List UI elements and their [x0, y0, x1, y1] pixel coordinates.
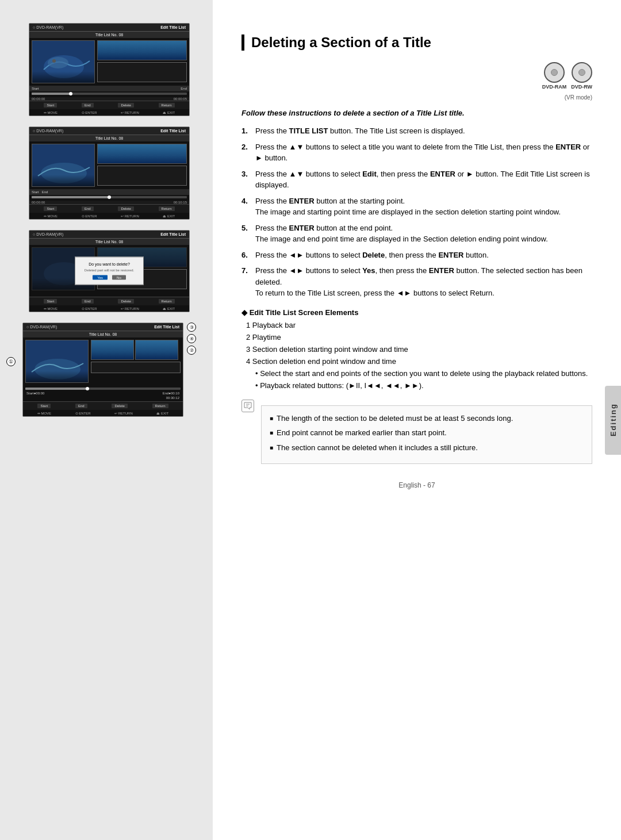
dvd-rw-label: DVD-RW — [571, 84, 592, 90]
page-container: ○ DVD-RAM(VR) Edit Title List Title List… — [0, 0, 621, 840]
btn-delete-3: Delete — [118, 299, 133, 304]
thumb-small-2b — [97, 166, 187, 186]
screen-header-4: ○ DVD-RAM(VR) Edit Title List — [23, 323, 183, 331]
step-3: Press the ▲▼ buttons to select Edit, the… — [241, 168, 592, 191]
screen-nav-4: ⇔ MOVE ⊙ ENTER ↩ RETURN ⏏ EXIT — [23, 410, 183, 416]
thumb-small-4b — [135, 340, 178, 360]
dvd-rw-circle — [572, 62, 592, 83]
screen-btns-4: Start End Delete Return — [23, 401, 183, 410]
step-6: Press the ◄► buttons to select Delete, t… — [241, 250, 592, 261]
nav-exit-4: ⏏ EXIT — [156, 411, 168, 415]
nav-return-4: ↩ RETURN — [114, 411, 133, 415]
time-labels-4: Start●00:00 End●00:10 — [25, 391, 181, 396]
nav-move-3: ⇔ MOVE — [44, 306, 57, 310]
svg-point-5 — [41, 163, 87, 183]
title-info-bar-1: StartEnd — [29, 86, 189, 91]
screen-mockup-4: ○ DVD-RAM(VR) Edit Title List Title List… — [22, 323, 183, 417]
notes-section: The length of the section to be deleted … — [261, 405, 592, 465]
intro-text: Follow these instructions to delete a se… — [241, 109, 592, 117]
screen-btns-2: Start End Delete Return — [29, 204, 189, 213]
screen-header-left-1: ○ DVD-RAM(VR) — [33, 25, 63, 29]
step-3-text: Press the ▲▼ buttons to select Edit, the… — [255, 168, 592, 191]
screen-header-3: ○ DVD-RAM(VR) Edit Title List — [29, 231, 189, 239]
btn-delete-4: Delete — [112, 404, 127, 408]
screen-header-left-3: ○ DVD-RAM(VR) — [33, 232, 63, 236]
screen-body-1 — [29, 38, 189, 86]
elements-section: Edit Title List Screen Elements 1 Playba… — [241, 308, 592, 392]
progress-container-2 — [29, 195, 189, 201]
title-list-no-3: Title List No. 08 — [29, 239, 189, 245]
step-1: Press the TITLE LIST button. The Title L… — [241, 125, 592, 137]
right-panel: Deleting a Section of a Title DVD-RAM DV… — [213, 0, 621, 840]
step-5-text: Press the ENTER button at the end point.… — [255, 223, 548, 245]
progress-indicator-2 — [108, 195, 111, 199]
delete-dialog: Do you want to delete? Deleted part will… — [75, 257, 144, 285]
screen-body-2 — [29, 141, 189, 189]
notes-list: The length of the section to be deleted … — [270, 413, 584, 454]
btn-return-2: Return — [159, 206, 175, 211]
elements-sub-list: Select the start and end points of the s… — [255, 369, 592, 391]
thumbnail-main-2 — [32, 144, 95, 187]
svg-point-9 — [34, 359, 80, 379]
btn-end-2: End — [82, 206, 94, 211]
title-info-bar-2: Start End — [29, 189, 189, 195]
screen-header-right-1: Edit Title List — [160, 25, 186, 29]
screen-header-right-4: Edit Title List — [154, 325, 179, 329]
playback-section-4: Start●00:00 End●00:10 00:30:12 — [23, 385, 183, 401]
screen-nav-2: ⇔ MOVE ⊙ ENTER ↩ RETURN ⏏ EXIT — [29, 213, 189, 219]
nav-move-2: ⇔ MOVE — [44, 214, 57, 218]
step-2-text: Press the ▲▼ buttons to select a title y… — [255, 141, 592, 164]
nav-enter-4: ⊙ ENTER — [75, 411, 91, 415]
nav-move-4: ⇔ MOVE — [37, 411, 51, 415]
thumbnail-side-2 — [97, 144, 187, 187]
nav-return-1: ↩ RETURN — [121, 110, 139, 114]
sub-item-1: Select the start and end points of the s… — [255, 369, 592, 379]
sub-item-2: Playback related buttons: (►II, I◄◄, ◄◄,… — [255, 381, 592, 391]
nav-return-3: ↩ RETURN — [121, 306, 139, 310]
dialog-btn-yes[interactable]: Yes — [93, 275, 108, 280]
thumb-small-4c — [91, 362, 181, 373]
screen-4-container: ① ○ DVD-RAM(VR) Edit Title List Title Li… — [22, 323, 196, 417]
dialog-buttons: Yes No — [81, 275, 137, 280]
dialog-btn-no[interactable]: No — [112, 275, 126, 280]
btn-end-4: End — [75, 404, 87, 408]
time-start-4: Start●00:00 — [26, 392, 44, 395]
step-7-text: Press the ◄► buttons to select Yes, then… — [255, 265, 592, 299]
svg-point-2 — [48, 57, 68, 68]
screen-body-3: Do you want to delete? Deleted part will… — [29, 245, 189, 297]
btn-start-1: Start — [44, 103, 57, 108]
screen-header-1: ○ DVD-RAM(VR) Edit Title List — [29, 24, 189, 32]
dvd-ram-icon: DVD-RAM — [542, 62, 567, 90]
element-item-4: 4 Section deletion end point window and … — [246, 356, 592, 367]
dialog-title: Do you want to delete? — [81, 262, 137, 266]
progress-bar-4 — [25, 388, 181, 390]
notes-container-wrapper: The length of the section to be deleted … — [241, 400, 592, 465]
nav-exit-1: ⏏ EXIT — [163, 110, 175, 114]
btn-start-4: Start — [37, 404, 51, 408]
nav-enter-1: ⊙ ENTER — [82, 110, 97, 114]
nav-return-2: ↩ RETURN — [121, 214, 139, 218]
step-1-text: Press the TITLE LIST button. The Title L… — [255, 125, 465, 137]
screen-nav-3: ⇔ MOVE ⊙ ENTER ↩ RETURN ⏏ EXIT — [29, 305, 189, 312]
marker-3: ③ — [187, 323, 196, 332]
screen-header-right-3: Edit Title List — [160, 232, 186, 236]
step-2: Press the ▲▼ buttons to select a title y… — [241, 141, 592, 164]
steps-list: Press the TITLE LIST button. The Title L… — [241, 125, 592, 299]
total-time-4: 00:30:12 — [25, 396, 181, 400]
dvd-ram-circle — [544, 62, 565, 83]
page-title: Deleting a Section of a Title — [241, 34, 592, 51]
step-7: Press the ◄► buttons to select Yes, then… — [241, 265, 592, 299]
screen-header-2: ○ DVD-RAM(VR) Edit Title List — [29, 127, 189, 135]
elements-title: Edit Title List Screen Elements — [241, 308, 592, 317]
element-item-2: 2 Playtime — [246, 332, 592, 343]
side-tab: Editing — [605, 386, 621, 455]
note-1: The length of the section to be deleted … — [270, 413, 584, 424]
dvd-ram-label: DVD-RAM — [542, 84, 567, 90]
progress-container-1 — [29, 91, 189, 97]
progress-indicator-1 — [69, 92, 72, 95]
thumbnail-main-4 — [25, 340, 89, 383]
thumb-small-4a — [91, 340, 134, 360]
time-end-4: End●00:10 — [163, 392, 179, 395]
btn-return-1: Return — [159, 103, 175, 108]
btn-end-1: End — [82, 103, 94, 108]
